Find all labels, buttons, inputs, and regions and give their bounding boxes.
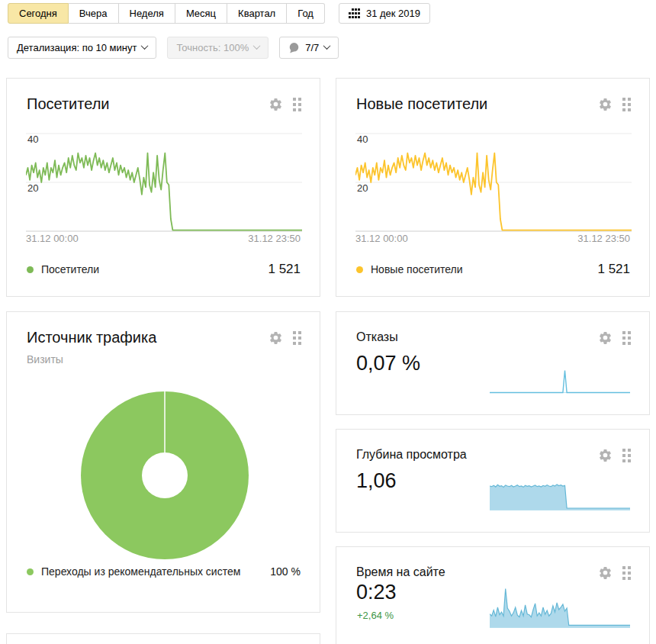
chevron-down-icon (323, 42, 331, 50)
legend-label: Посетители (41, 263, 260, 275)
y-axis-tick: 40 (27, 134, 38, 145)
calendar-grid-icon (349, 8, 360, 18)
card-subtitle: Визиты (27, 353, 63, 365)
tab-month[interactable]: Месяц (175, 3, 227, 24)
gear-icon[interactable] (269, 330, 283, 345)
gear-icon[interactable] (598, 97, 613, 111)
metric-change: +2,64 % (357, 610, 394, 621)
legend-dot (356, 266, 363, 273)
legend-dot (27, 568, 34, 575)
date-picker-button[interactable]: 31 дек 2019 (339, 3, 430, 24)
detail-dropdown[interactable]: Детализация: по 10 минут (8, 37, 156, 59)
tab-year[interactable]: Год (287, 3, 325, 24)
goals-dropdown-label: 7/7 (305, 42, 319, 53)
card-bounces: Отказы 0,07 % (336, 311, 650, 415)
drag-handle-icon[interactable] (622, 331, 631, 345)
y-axis-tick: 20 (27, 182, 38, 194)
depth-sparkline (490, 481, 630, 511)
tab-quarter[interactable]: Квартал (227, 3, 287, 24)
date-picker-label: 31 дек 2019 (366, 8, 420, 19)
legend-item-new-visitors[interactable]: Новые посетители 1 521 (356, 262, 630, 277)
options-toolbar: Детализация: по 10 минут Точность: 100% … (8, 37, 339, 59)
legend-item-visitors[interactable]: Посетители 1 521 (27, 262, 301, 277)
legend-dot (27, 266, 34, 273)
tab-yesterday[interactable]: Вчера (69, 3, 119, 24)
goals-dropdown[interactable]: 7/7 (279, 37, 339, 59)
card-partial-bottom (6, 633, 320, 644)
traffic-source-donut-chart (76, 387, 253, 564)
y-axis-tick: 20 (357, 182, 368, 194)
metric-value: 0:23 (356, 581, 397, 604)
x-axis-end-label: 31.12 23:50 (577, 233, 630, 244)
time-sparkline (490, 586, 630, 629)
y-axis-tick: 40 (357, 134, 368, 145)
tab-week[interactable]: Неделя (119, 3, 175, 24)
legend-label: Новые посетители (371, 263, 590, 275)
drag-handle-icon[interactable] (293, 98, 301, 111)
x-axis-start-label: 31.12 00:00 (355, 233, 408, 244)
speech-balloon-icon (288, 42, 300, 53)
visitors-line-chart (26, 127, 302, 234)
tab-today[interactable]: Сегодня (8, 3, 69, 24)
card-title: Отказы (356, 330, 398, 344)
bounces-sparkline (490, 368, 630, 394)
new-visitors-line-chart (355, 127, 632, 234)
accuracy-dropdown-label: Точность: 100% (176, 42, 249, 53)
chevron-down-icon (141, 42, 149, 50)
period-toolbar: СегодняВчераНеделяМесяцКварталГод 31 дек… (8, 3, 430, 24)
card-title: Время на сайте (356, 565, 445, 579)
card-depth: Глубина просмотра 1,06 (336, 429, 650, 533)
drag-handle-icon[interactable] (622, 98, 631, 111)
drag-handle-icon[interactable] (622, 566, 631, 580)
card-title: Источник трафика (27, 329, 156, 346)
card-title: Посетители (27, 95, 110, 113)
detail-dropdown-label: Детализация: по 10 минут (17, 42, 137, 53)
legend-label: Переходы из рекомендательных систем (41, 565, 262, 578)
gear-icon[interactable] (598, 565, 613, 580)
legend-value: 1 521 (597, 262, 630, 277)
gear-icon[interactable] (269, 97, 283, 111)
drag-handle-icon[interactable] (293, 331, 301, 345)
card-visitors: Посетители 40 20 31.12 00:00 31.12 23:50… (6, 78, 320, 297)
card-traffic-source: Источник трафика Визиты Переходы из реко… (6, 311, 320, 613)
legend-value: 1 521 (268, 262, 301, 277)
gear-icon[interactable] (598, 330, 613, 345)
card-title: Новые посетители (356, 95, 487, 113)
x-axis-end-label: 31.12 23:50 (248, 233, 301, 244)
card-new-visitors: Новые посетители 40 20 31.12 00:00 31.12… (336, 78, 650, 297)
card-time-on-site: Время на сайте 0:23 +2,64 % (336, 546, 650, 644)
accuracy-dropdown: Точность: 100% (167, 37, 269, 59)
drag-handle-icon[interactable] (622, 449, 631, 462)
legend-item-recommendation-traffic[interactable]: Переходы из рекомендательных систем 100 … (27, 565, 301, 578)
card-title: Глубина просмотра (356, 448, 467, 462)
metric-value: 0,07 % (356, 352, 420, 375)
x-axis-start-label: 31.12 00:00 (26, 233, 79, 244)
legend-value: 100 % (270, 565, 301, 578)
gear-icon[interactable] (598, 448, 613, 462)
period-tab-group: СегодняВчераНеделяМесяцКварталГод (8, 3, 325, 24)
metric-value: 1,06 (356, 469, 397, 493)
chevron-down-icon (253, 42, 261, 50)
